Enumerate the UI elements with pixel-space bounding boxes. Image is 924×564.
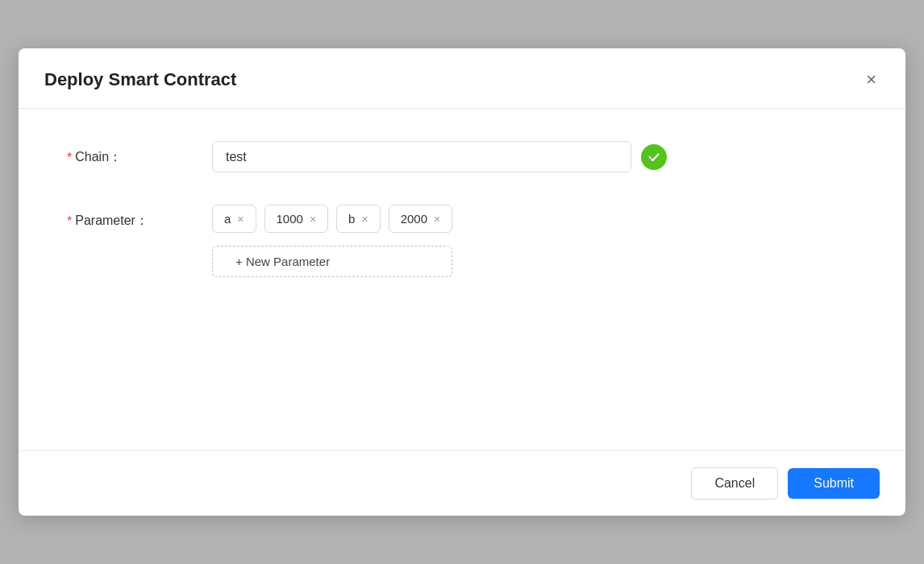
parameter-tags: a×1000×b×2000× [212, 205, 452, 233]
parameter-row: * Parameter： a×1000×b×2000× + New Parame… [67, 205, 857, 277]
param-tag-name: 2000 [401, 212, 427, 226]
param-tag-close-button[interactable]: × [237, 214, 243, 225]
param-tag-close-button[interactable]: × [361, 214, 368, 225]
dialog-body: * Chain： test main ∨ * Parameter： [19, 109, 905, 450]
close-button[interactable]: × [863, 68, 880, 92]
chain-select-wrapper: test main ∨ [212, 141, 667, 172]
dialog-footer: Cancel Submit [19, 450, 905, 516]
param-tag-name: b [348, 212, 355, 226]
new-parameter-button[interactable]: + New Parameter [212, 246, 452, 277]
parameter-label-text: Parameter： [75, 213, 148, 230]
dialog-title: Deploy Smart Contract [44, 69, 236, 90]
param-tag-close-button[interactable]: × [310, 214, 316, 225]
cancel-button[interactable]: Cancel [691, 467, 778, 500]
param-tag-name: 1000 [277, 212, 303, 226]
dialog-header: Deploy Smart Contract × [19, 48, 905, 109]
param-tag: 1000× [264, 205, 329, 233]
chain-select[interactable]: test main [212, 141, 631, 172]
chain-valid-icon [641, 144, 667, 170]
parameter-label: * Parameter： [67, 205, 212, 230]
param-tag-close-button[interactable]: × [434, 214, 440, 225]
chain-label-text: Chain： [75, 149, 122, 166]
param-tag: 2000× [389, 205, 453, 233]
submit-button[interactable]: Submit [788, 468, 880, 499]
parameter-field: a×1000×b×2000× + New Parameter [212, 205, 452, 277]
param-tag: b× [336, 205, 381, 233]
param-tag: a× [212, 205, 256, 233]
parameter-required-star: * [67, 214, 72, 229]
chain-row: * Chain： test main ∨ [67, 141, 857, 172]
deploy-smart-contract-dialog: Deploy Smart Contract × * Chain： test ma… [19, 48, 905, 516]
param-tag-name: a [224, 212, 231, 226]
chain-required-star: * [67, 151, 72, 165]
chain-label: * Chain： [67, 141, 212, 166]
